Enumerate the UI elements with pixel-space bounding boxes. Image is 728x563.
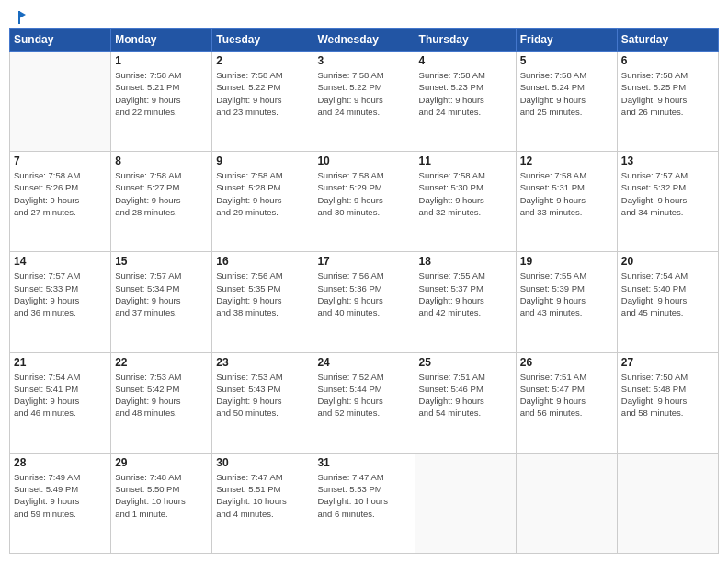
day-info: Sunrise: 7:58 AM Sunset: 5:25 PM Dayligh…	[621, 69, 714, 118]
calendar-day-cell: 12Sunrise: 7:58 AM Sunset: 5:31 PM Dayli…	[516, 152, 617, 252]
day-info: Sunrise: 7:58 AM Sunset: 5:31 PM Dayligh…	[520, 169, 613, 218]
weekday-header: Wednesday	[313, 29, 415, 52]
day-number: 5	[520, 54, 613, 67]
day-info: Sunrise: 7:58 AM Sunset: 5:22 PM Dayligh…	[216, 69, 309, 118]
day-number: 8	[115, 155, 208, 167]
day-number: 17	[317, 255, 410, 268]
weekday-header: Monday	[111, 29, 212, 52]
day-number: 21	[14, 356, 107, 369]
day-number: 4	[419, 54, 512, 67]
day-number: 14	[14, 255, 107, 268]
day-number: 25	[419, 356, 512, 369]
calendar-day-cell: 23Sunrise: 7:53 AM Sunset: 5:43 PM Dayli…	[212, 352, 313, 453]
calendar-day-cell: 14Sunrise: 7:57 AM Sunset: 5:33 PM Dayli…	[10, 252, 111, 352]
day-info: Sunrise: 7:58 AM Sunset: 5:24 PM Dayligh…	[520, 69, 613, 118]
day-number: 24	[317, 356, 410, 369]
day-info: Sunrise: 7:57 AM Sunset: 5:33 PM Dayligh…	[14, 270, 107, 318]
calendar-day-cell: 5Sunrise: 7:58 AM Sunset: 5:24 PM Daylig…	[516, 52, 617, 152]
day-number: 28	[14, 456, 107, 469]
calendar-day-cell: 8Sunrise: 7:58 AM Sunset: 5:27 PM Daylig…	[111, 152, 212, 252]
day-info: Sunrise: 7:58 AM Sunset: 5:21 PM Dayligh…	[115, 69, 208, 118]
day-info: Sunrise: 7:58 AM Sunset: 5:29 PM Dayligh…	[317, 169, 410, 218]
day-number: 1	[115, 54, 208, 67]
calendar-day-cell: 2Sunrise: 7:58 AM Sunset: 5:22 PM Daylig…	[212, 52, 313, 152]
calendar-table: SundayMondayTuesdayWednesdayThursdayFrid…	[9, 28, 719, 554]
calendar-week-row: 14Sunrise: 7:57 AM Sunset: 5:33 PM Dayli…	[10, 252, 719, 352]
day-number: 30	[216, 456, 309, 469]
day-number: 23	[216, 356, 309, 369]
day-number: 13	[621, 155, 714, 167]
calendar-day-cell: 3Sunrise: 7:58 AM Sunset: 5:22 PM Daylig…	[313, 52, 415, 152]
day-number: 20	[621, 255, 714, 268]
calendar-day-cell: 28Sunrise: 7:49 AM Sunset: 5:49 PM Dayli…	[10, 453, 111, 553]
calendar-day-cell: 7Sunrise: 7:58 AM Sunset: 5:26 PM Daylig…	[10, 152, 111, 252]
calendar-day-cell: 13Sunrise: 7:57 AM Sunset: 5:32 PM Dayli…	[617, 152, 718, 252]
logo-flag-icon	[11, 9, 28, 26]
day-info: Sunrise: 7:54 AM Sunset: 5:41 PM Dayligh…	[14, 371, 107, 419]
day-info: Sunrise: 7:56 AM Sunset: 5:35 PM Dayligh…	[216, 270, 309, 318]
logo	[9, 9, 28, 22]
day-info: Sunrise: 7:49 AM Sunset: 5:49 PM Dayligh…	[14, 471, 107, 520]
day-number: 10	[317, 155, 410, 167]
calendar-day-cell: 26Sunrise: 7:51 AM Sunset: 5:47 PM Dayli…	[516, 352, 617, 453]
calendar-day-cell	[415, 453, 516, 553]
page-header	[9, 9, 719, 22]
day-number: 19	[520, 255, 613, 268]
day-number: 26	[520, 356, 613, 369]
calendar-day-cell: 11Sunrise: 7:58 AM Sunset: 5:30 PM Dayli…	[415, 152, 516, 252]
day-info: Sunrise: 7:48 AM Sunset: 5:50 PM Dayligh…	[115, 471, 208, 520]
day-info: Sunrise: 7:47 AM Sunset: 5:51 PM Dayligh…	[216, 471, 309, 520]
calendar-day-cell: 20Sunrise: 7:54 AM Sunset: 5:40 PM Dayli…	[617, 252, 718, 352]
day-number: 7	[14, 155, 107, 167]
calendar-day-cell	[617, 453, 718, 553]
day-number: 27	[621, 356, 714, 369]
calendar-day-cell: 30Sunrise: 7:47 AM Sunset: 5:51 PM Dayli…	[212, 453, 313, 553]
day-number: 9	[216, 155, 309, 167]
calendar-day-cell: 4Sunrise: 7:58 AM Sunset: 5:23 PM Daylig…	[415, 52, 516, 152]
svg-rect-1	[18, 11, 20, 24]
calendar-day-cell: 21Sunrise: 7:54 AM Sunset: 5:41 PM Dayli…	[10, 352, 111, 453]
calendar-week-row: 21Sunrise: 7:54 AM Sunset: 5:41 PM Dayli…	[10, 352, 719, 453]
calendar-day-cell: 15Sunrise: 7:57 AM Sunset: 5:34 PM Dayli…	[111, 252, 212, 352]
day-info: Sunrise: 7:55 AM Sunset: 5:37 PM Dayligh…	[419, 270, 512, 318]
day-info: Sunrise: 7:47 AM Sunset: 5:53 PM Dayligh…	[317, 471, 410, 520]
weekday-header: Saturday	[617, 29, 718, 52]
svg-marker-0	[19, 11, 26, 18]
day-number: 12	[520, 155, 613, 167]
calendar-day-cell	[516, 453, 617, 553]
day-info: Sunrise: 7:52 AM Sunset: 5:44 PM Dayligh…	[317, 371, 410, 419]
calendar-day-cell: 17Sunrise: 7:56 AM Sunset: 5:36 PM Dayli…	[313, 252, 415, 352]
day-info: Sunrise: 7:57 AM Sunset: 5:32 PM Dayligh…	[621, 169, 714, 218]
day-info: Sunrise: 7:56 AM Sunset: 5:36 PM Dayligh…	[317, 270, 410, 318]
day-info: Sunrise: 7:53 AM Sunset: 5:43 PM Dayligh…	[216, 371, 309, 419]
day-number: 31	[317, 456, 410, 469]
day-info: Sunrise: 7:58 AM Sunset: 5:26 PM Dayligh…	[14, 169, 107, 218]
calendar-day-cell: 1Sunrise: 7:58 AM Sunset: 5:21 PM Daylig…	[111, 52, 212, 152]
day-info: Sunrise: 7:51 AM Sunset: 5:47 PM Dayligh…	[520, 371, 613, 419]
weekday-header: Thursday	[415, 29, 516, 52]
day-info: Sunrise: 7:58 AM Sunset: 5:23 PM Dayligh…	[419, 69, 512, 118]
calendar-day-cell	[10, 52, 111, 152]
calendar-day-cell: 19Sunrise: 7:55 AM Sunset: 5:39 PM Dayli…	[516, 252, 617, 352]
day-info: Sunrise: 7:58 AM Sunset: 5:30 PM Dayligh…	[419, 169, 512, 218]
day-number: 18	[419, 255, 512, 268]
calendar-header-row: SundayMondayTuesdayWednesdayThursdayFrid…	[10, 29, 719, 52]
day-info: Sunrise: 7:54 AM Sunset: 5:40 PM Dayligh…	[621, 270, 714, 318]
day-info: Sunrise: 7:55 AM Sunset: 5:39 PM Dayligh…	[520, 270, 613, 318]
calendar-day-cell: 27Sunrise: 7:50 AM Sunset: 5:48 PM Dayli…	[617, 352, 718, 453]
weekday-header: Friday	[516, 29, 617, 52]
day-number: 29	[115, 456, 208, 469]
calendar-day-cell: 24Sunrise: 7:52 AM Sunset: 5:44 PM Dayli…	[313, 352, 415, 453]
day-number: 22	[115, 356, 208, 369]
day-number: 6	[621, 54, 714, 67]
calendar-day-cell: 6Sunrise: 7:58 AM Sunset: 5:25 PM Daylig…	[617, 52, 718, 152]
weekday-header: Sunday	[10, 29, 111, 52]
day-info: Sunrise: 7:58 AM Sunset: 5:22 PM Dayligh…	[317, 69, 410, 118]
calendar-week-row: 7Sunrise: 7:58 AM Sunset: 5:26 PM Daylig…	[10, 152, 719, 252]
calendar-day-cell: 18Sunrise: 7:55 AM Sunset: 5:37 PM Dayli…	[415, 252, 516, 352]
calendar-day-cell: 25Sunrise: 7:51 AM Sunset: 5:46 PM Dayli…	[415, 352, 516, 453]
day-number: 2	[216, 54, 309, 67]
day-number: 15	[115, 255, 208, 268]
calendar-week-row: 28Sunrise: 7:49 AM Sunset: 5:49 PM Dayli…	[10, 453, 719, 553]
day-number: 3	[317, 54, 410, 67]
